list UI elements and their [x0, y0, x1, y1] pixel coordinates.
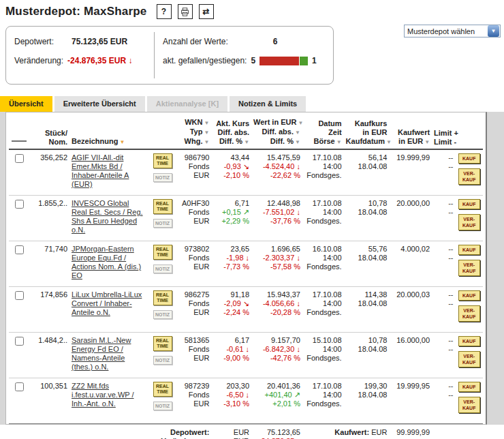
kaufwert-cell: 19.999,95 [389, 378, 432, 424]
fund-name-link[interactable]: ZZ2 Mit.fds i.fest.u.var.ve.WP / Inh.-An… [72, 382, 134, 408]
verkauf-button[interactable]: VER- KAUF [458, 168, 480, 185]
quantity-cell: 1.855,2.. [29, 196, 69, 241]
fund-name-link[interactable]: Sarasin M.L.-New Energy Fd EO / Namens-A… [72, 336, 131, 371]
kauf-button[interactable]: KAUF [458, 382, 480, 392]
verkauf-button[interactable]: VER- KAUF [458, 305, 480, 322]
wert-diff-pct: -42,76 % [253, 354, 300, 363]
notiz-badge[interactable]: NOTIZ [153, 264, 172, 273]
notiz-badge[interactable]: NOTIZ [153, 356, 172, 365]
realtime-badge[interactable]: REAL TIME [153, 245, 172, 260]
header-label: Diff. abs. [262, 127, 294, 136]
datum-cell: 17.10.08 14:00 Fondsges. [302, 378, 344, 424]
column-header-kurs[interactable]: Akt. KursDiff. abs.Diff. %▼ [211, 117, 251, 149]
kurs-diff-pct: -9,00 % [213, 354, 249, 363]
header-label: Typ [190, 127, 203, 136]
row-checkbox[interactable] [15, 291, 24, 300]
row-checkbox[interactable] [15, 154, 24, 163]
wert-cell: 20.401,36 +401,40 ↗ +2,01 % [251, 378, 302, 424]
verkauf-button[interactable]: VER- KAUF [458, 351, 480, 367]
sort-arrow-icon[interactable]: ▼ [424, 139, 430, 145]
chevron-down-icon[interactable]: ▼ [488, 25, 499, 37]
sort-arrow-icon[interactable]: ▼ [119, 139, 125, 145]
tab-4[interactable]: Notizen & Limits [230, 96, 306, 112]
verkauf-button[interactable]: VER- KAUF [458, 214, 480, 230]
kaufwert-cell: 16.000,00 [389, 333, 432, 378]
datum-value: 17.10.08 [304, 290, 342, 299]
column-header-kaufkurs[interactable]: Kaufkursin EURKaufdatum▼ [344, 117, 390, 149]
sort-arrow-icon[interactable]: ▼ [298, 120, 303, 126]
badges-cell: REAL TIME NOTIZ [148, 241, 176, 287]
header-label: Bezeichnung [72, 137, 118, 145]
quantity-cell: 1.484,2.. [29, 333, 69, 378]
tab-2[interactable]: Erweiterte Übersicht [54, 96, 145, 112]
wert-diff-abs: -7.551,02 ↓ [253, 208, 300, 217]
realtime-badge[interactable]: REAL TIME [153, 199, 172, 214]
table-row: 356,252 AGIF VII-All.-dit Emer.Mkts Bd /… [9, 149, 483, 196]
realtime-badge[interactable]: REAL TIME [153, 336, 172, 351]
sort-arrow-icon[interactable]: ▼ [336, 139, 342, 145]
order-buttons-cell: KAUF VER- KAUF [455, 287, 483, 333]
verkauf-button[interactable]: VER- KAUF [458, 397, 480, 413]
refresh-button[interactable]: ⇄ [199, 4, 214, 19]
notiz-badge[interactable]: NOTIZ [153, 173, 172, 182]
help-button[interactable]: ? [157, 4, 172, 19]
row-checkbox[interactable] [15, 245, 24, 254]
badges-cell: REAL TIME NOTIZ [148, 287, 176, 333]
wert-diff-abs: -4.056,66 ↓ [253, 299, 300, 308]
realtime-badge[interactable]: REAL TIME [153, 290, 172, 305]
footer-depotwert-value: 75.123,65 [253, 428, 300, 437]
fund-name-link[interactable]: INVESCO Global Real Est. Secs / Reg. Shs… [72, 199, 143, 234]
sort-arrow-icon[interactable]: ▼ [204, 130, 209, 136]
limit-plus: -- [434, 199, 453, 208]
limit-plus: -- [434, 336, 453, 345]
column-header-datum[interactable]: DatumZeitBörse▼ [302, 117, 344, 149]
sort-arrow-icon[interactable]: ▼ [244, 139, 249, 145]
wert-diff-pct: +2,01 % [253, 399, 300, 408]
footer-depotwert-ccy: EUR [213, 428, 249, 437]
header-label: Whg. [185, 137, 203, 145]
notiz-badge[interactable]: NOTIZ [153, 219, 172, 228]
kauf-button[interactable]: KAUF [458, 153, 480, 164]
wkn-value: 973802 [179, 245, 210, 254]
datum-value: 17.10.08 [304, 382, 342, 391]
verkauf-button[interactable]: VER- KAUF [458, 260, 480, 276]
kurs-value: 23,65 [213, 245, 249, 254]
kurs-value: 6,17 [213, 336, 249, 345]
fund-name-link[interactable]: JPMorgan-Eastern Europe Equ.Fd / Actions… [72, 245, 141, 279]
notiz-badge[interactable]: NOTIZ [153, 310, 172, 319]
column-header-kaufwert[interactable]: Kaufwertin EUR▼ [389, 117, 432, 149]
row-checkbox[interactable] [15, 200, 24, 209]
realtime-badge[interactable]: REAL TIME [153, 153, 172, 168]
title-toolbar: ? ⇄ [157, 4, 214, 19]
depot-select-dropdown[interactable]: Musterdepot wählen ▼ [404, 25, 501, 37]
column-header-wkn[interactable]: WKN▼Typ▼Whg.▼ [177, 117, 212, 149]
row-checkbox[interactable] [15, 382, 24, 391]
sort-arrow-icon[interactable]: ▼ [295, 139, 300, 145]
kauf-button[interactable]: KAUF [458, 336, 480, 346]
sort-arrow-icon[interactable]: ▼ [204, 120, 209, 126]
sort-arrow-icon[interactable]: ▼ [204, 139, 209, 145]
realtime-badge[interactable]: REAL TIME [153, 382, 172, 397]
column-header-wert[interactable]: Wert in EUR▼Diff. abs.▼Diff. %▼ [251, 117, 302, 149]
column-header-name[interactable]: Bezeichnung▼ [69, 117, 148, 149]
kauf-button[interactable]: KAUF [458, 290, 480, 301]
sort-arrow-icon[interactable]: ▼ [386, 139, 392, 145]
wert-cell: 1.696,65 -2.303,37 ↓ -57,58 % [251, 241, 302, 287]
kauf-button[interactable]: KAUF [458, 245, 480, 255]
kaufdatum-value: 18.04.08 [346, 345, 388, 354]
wert-value: 9.157,70 [253, 336, 300, 345]
fund-name-link[interactable]: LiLux Umbrella-LiLux Convert / Inhaber-A… [72, 290, 142, 316]
row-checkbox[interactable] [15, 337, 24, 346]
fund-name-link[interactable]: AGIF VII-All.-dit Emer.Mkts Bd / Inhaber… [72, 153, 129, 188]
limit-plus: -- [434, 290, 453, 299]
printer-icon [180, 7, 189, 16]
limit-cell: -- -- [432, 196, 455, 241]
kauf-button[interactable]: KAUF [458, 199, 480, 209]
sort-arrow-icon[interactable]: ▼ [295, 130, 300, 136]
tab-1[interactable]: Übersicht [0, 96, 52, 112]
print-button[interactable] [178, 4, 193, 19]
boerse-value: Fondsges. [304, 262, 342, 271]
help-icon: ? [161, 7, 166, 16]
notiz-badge[interactable]: NOTIZ [153, 402, 172, 410]
footer-kaufwert-ccy: EUR [371, 428, 387, 436]
